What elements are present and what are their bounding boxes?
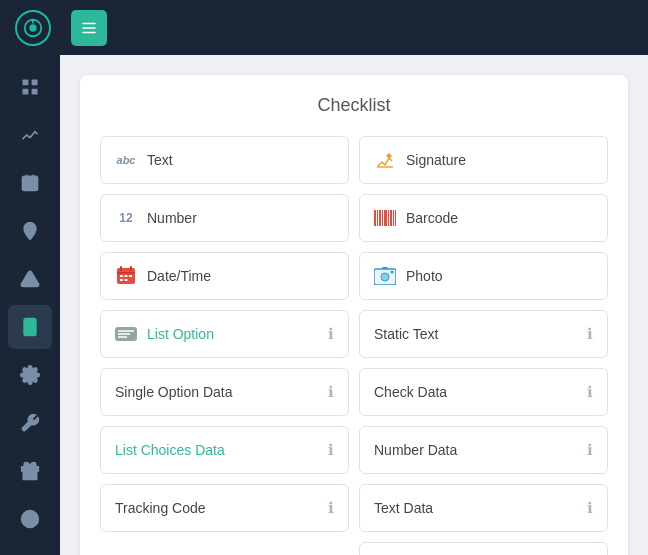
item-list-option[interactable]: List Option ℹ (100, 310, 349, 358)
barcode-label: Barcode (406, 210, 593, 226)
sidebar (0, 55, 60, 555)
signature-label: Signature (406, 152, 593, 168)
svg-rect-32 (129, 275, 132, 277)
topbar (0, 0, 648, 55)
text-label: Text (147, 152, 334, 168)
list-choices-data-info-icon[interactable]: ℹ (328, 441, 334, 459)
item-number-data[interactable]: Number Data ℹ (359, 426, 608, 474)
checklist-title: Checklist (100, 95, 608, 116)
svg-rect-41 (377, 210, 378, 226)
number-icon: 12 (115, 207, 137, 229)
svg-point-50 (381, 273, 389, 281)
item-datetime[interactable]: Date/Time (100, 252, 349, 300)
svg-rect-43 (382, 210, 383, 226)
svg-rect-42 (379, 210, 381, 226)
sidebar-item-settings[interactable] (8, 353, 52, 397)
list-choices-data-label: List Choices Data (115, 442, 318, 458)
item-text[interactable]: abc Text (100, 136, 349, 184)
item-single-option-data[interactable]: Single Option Data ℹ (100, 368, 349, 416)
item-photo[interactable]: Photo (359, 252, 608, 300)
list-option-icon (115, 323, 137, 345)
svg-rect-8 (23, 89, 29, 95)
item-number[interactable]: 12 Number (100, 194, 349, 242)
app-logo (15, 10, 51, 46)
sidebar-item-gift[interactable] (8, 449, 52, 493)
svg-rect-10 (23, 176, 38, 190)
datetime-icon (115, 265, 137, 287)
static-text-info-icon[interactable]: ℹ (587, 325, 593, 343)
sidebar-item-forms[interactable] (8, 305, 52, 349)
svg-rect-34 (125, 279, 128, 281)
item-text-data[interactable]: Text Data ℹ (359, 484, 608, 532)
svg-point-1 (29, 24, 36, 31)
svg-rect-45 (388, 210, 389, 226)
item-list-choices-data[interactable]: List Choices Data ℹ (100, 426, 349, 474)
item-check-data[interactable]: Check Data ℹ (359, 368, 608, 416)
svg-rect-40 (374, 210, 376, 226)
single-option-data-label: Single Option Data (115, 384, 318, 400)
svg-rect-31 (125, 275, 128, 277)
svg-rect-4 (82, 27, 96, 29)
number-data-info-icon[interactable]: ℹ (587, 441, 593, 459)
checklist-card: Checklist abc Text 12 Number (80, 75, 628, 555)
svg-rect-7 (32, 80, 38, 86)
item-tracking-code[interactable]: Tracking Code ℹ (100, 484, 349, 532)
sidebar-item-alerts[interactable] (8, 257, 52, 301)
photo-icon (374, 265, 396, 287)
svg-rect-9 (32, 89, 38, 95)
datetime-label: Date/Time (147, 268, 334, 284)
svg-rect-6 (23, 80, 29, 86)
sidebar-item-dashboard[interactable] (8, 65, 52, 109)
tracking-code-info-icon[interactable]: ℹ (328, 499, 334, 517)
svg-rect-5 (82, 31, 96, 33)
text-data-info-icon[interactable]: ℹ (587, 499, 593, 517)
list-option-label: List Option (147, 326, 318, 342)
svg-point-51 (391, 271, 394, 274)
svg-rect-46 (390, 210, 392, 226)
menu-button[interactable] (71, 10, 107, 46)
item-sub-form[interactable]: Sub Form ℹ (359, 542, 608, 555)
left-column: abc Text 12 Number (100, 136, 349, 555)
tracking-code-label: Tracking Code (115, 500, 318, 516)
sidebar-item-help[interactable] (8, 497, 52, 541)
check-data-info-icon[interactable]: ℹ (587, 383, 593, 401)
checklist-grid: abc Text 12 Number (100, 136, 608, 555)
text-icon: abc (115, 149, 137, 171)
static-text-label: Static Text (374, 326, 577, 342)
number-data-label: Number Data (374, 442, 577, 458)
svg-rect-28 (120, 266, 122, 271)
main-layout: Checklist abc Text 12 Number (0, 55, 648, 555)
svg-rect-29 (130, 266, 132, 271)
svg-rect-27 (117, 272, 135, 274)
signature-icon (374, 149, 396, 171)
svg-rect-47 (393, 210, 394, 226)
sidebar-item-analytics[interactable] (8, 113, 52, 157)
svg-rect-48 (395, 210, 396, 226)
item-static-text[interactable]: Static Text ℹ (359, 310, 608, 358)
single-option-data-info-icon[interactable]: ℹ (328, 383, 334, 401)
number-label: Number (147, 210, 334, 226)
item-barcode[interactable]: Barcode (359, 194, 608, 242)
svg-rect-44 (384, 210, 387, 226)
list-option-info-icon[interactable]: ℹ (328, 325, 334, 343)
sidebar-item-calendar[interactable] (8, 161, 52, 205)
text-data-label: Text Data (374, 500, 577, 516)
sidebar-item-location[interactable] (8, 209, 52, 253)
svg-rect-33 (120, 279, 123, 281)
check-data-label: Check Data (374, 384, 577, 400)
svg-rect-30 (120, 275, 123, 277)
right-column: Signature (359, 136, 608, 555)
content-area: Checklist abc Text 12 Number (60, 55, 648, 555)
item-signature[interactable]: Signature (359, 136, 608, 184)
sidebar-item-tools[interactable] (8, 401, 52, 445)
photo-label: Photo (406, 268, 593, 284)
barcode-icon (374, 207, 396, 229)
svg-rect-3 (82, 22, 96, 24)
